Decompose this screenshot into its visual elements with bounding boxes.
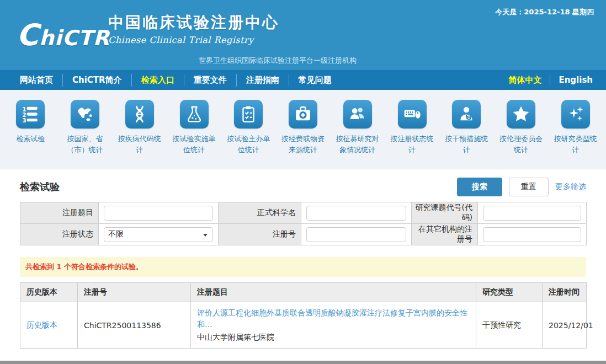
registration-date-cell: 2025/12/01 <box>543 302 587 349</box>
lang-simplified-chinese[interactable]: 简体中文 <box>500 74 550 87</box>
field-label-scientific-name: 正式科学名 <box>219 202 301 224</box>
nav-item-faq[interactable]: 常见问题 <box>289 74 341 87</box>
nav-items: 网站首页 ChiCTR简介 检索入口 重要文件 注册指南 常见问题 <box>20 74 341 87</box>
chictr-search-page: ChiCTR 中国临床试验注册中心 Chinese Clinical Trial… <box>0 0 606 364</box>
column-header-study-type: 研究类型 <box>476 283 543 302</box>
search-form: 注册题目 正式科学名 研究课题代号(代码) 注册状态 不限 注册号 在其它机构的… <box>20 202 587 245</box>
trial-organization: 中山大学附属第七医院 <box>197 331 470 343</box>
clipboard-check-icon <box>234 100 263 129</box>
quick-link-label: 按国家、省（市）统计 <box>62 133 108 156</box>
quick-link-label: 检索试验 <box>7 133 54 144</box>
numbered-list-icon: 123 <box>16 100 45 129</box>
quick-link-stats-by-intervention[interactable]: 按干预措施统计 <box>439 90 494 169</box>
column-header-title: 注册题目 <box>191 283 476 302</box>
quick-link-label: 按伦理委员会统计 <box>498 133 544 156</box>
doctor-icon <box>452 100 481 129</box>
field-label-registration-status: 注册状态 <box>20 224 99 245</box>
column-header-history: 历史版本 <box>20 283 78 302</box>
chictr-logo[interactable]: ChiCTR <box>17 18 110 52</box>
field-label-registration-number: 注册号 <box>219 224 301 245</box>
reset-button[interactable]: 重置 <box>509 178 549 196</box>
quick-link-label: 按研究类型统计 <box>552 133 599 156</box>
field-label-registration-title: 注册题目 <box>20 202 99 224</box>
results-table: 历史版本 注册号 注册题目 研究类型 注册时间 历史版本 ChiCTR25001… <box>20 282 587 349</box>
column-header-reg-no: 注册号 <box>78 283 191 302</box>
quick-link-stats-by-registration-status[interactable]: 按注册状态统计 <box>385 90 439 169</box>
lang-english[interactable]: English <box>550 74 593 86</box>
quick-link-stats-by-study-type[interactable]: 按研究类型统计 <box>548 90 603 169</box>
site-brand: 中国临床试验注册中心 Chinese Clinical Trial Regist… <box>108 12 279 45</box>
more-filters-link[interactable]: 更多筛选 <box>555 182 586 192</box>
result-count-alert: 共检索到 1 个符合检索条件的试验。 <box>20 257 586 277</box>
quick-link-stats-by-funding-source[interactable]: 按经费或物资来源统计 <box>276 90 331 169</box>
dna-icon <box>125 100 154 129</box>
quick-link-stats-by-ethics-committee[interactable]: 按伦理委员会统计 <box>494 90 549 169</box>
today-date: 今天是：2025-12-18 星期四 <box>495 7 594 17</box>
selected-option: 不限 <box>108 229 124 239</box>
first-aid-kit-icon <box>289 100 317 129</box>
page-title: 检索试验 <box>20 180 60 194</box>
nav-item-home[interactable]: 网站首页 <box>20 74 62 87</box>
quick-link-label: 按疾病代码统计 <box>116 133 163 156</box>
quick-link-label: 按征募研究对象情况统计 <box>334 133 381 156</box>
other-registry-number-input[interactable] <box>483 227 581 242</box>
field-label-other-registry-number: 在其它机构的注册号 <box>412 224 478 245</box>
language-switcher: 简体中文 English <box>500 74 593 87</box>
star-icon <box>507 100 535 129</box>
quick-link-search-trials[interactable]: 123 检索试验 <box>3 90 58 169</box>
nav-item-search-portal[interactable]: 检索入口 <box>131 74 184 87</box>
scientific-name-input[interactable] <box>306 206 406 221</box>
search-actions: 搜索 重置 更多筛选 <box>457 178 586 196</box>
nav-item-important-docs[interactable]: 重要文件 <box>184 74 236 87</box>
study-code-input[interactable] <box>483 206 581 221</box>
field-label-study-code: 研究课题代号(代码) <box>412 202 478 224</box>
registration-number-input[interactable] <box>306 227 406 242</box>
quick-link-stats-by-implementing-unit[interactable]: 按试验实施单位统计 <box>167 90 221 169</box>
sparkles-icon <box>561 100 590 129</box>
site-title-en: Chinese Clinical Trial Registry <box>108 35 279 45</box>
quick-link-stats-by-disease-code[interactable]: 按疾病代码统计 <box>112 90 167 169</box>
search-button[interactable]: 搜索 <box>457 178 502 196</box>
flask-icon <box>180 100 209 129</box>
main-nav: 网站首页 ChiCTR简介 检索入口 重要文件 注册指南 常见问题 简体中文 E… <box>0 70 606 90</box>
column-header-reg-date: 注册时间 <box>543 283 587 302</box>
site-tagline: 世界卫生组织国际临床试验注册平台一级注册机构 <box>199 56 357 66</box>
table-header-row: 历史版本 注册号 注册题目 研究类型 注册时间 <box>20 283 587 302</box>
search-section-header: 检索试验 搜索 重置 更多筛选 <box>20 178 586 196</box>
svg-text:3: 3 <box>22 117 26 124</box>
quick-link-stats-by-recruitment[interactable]: 按征募研究对象情况统计 <box>330 90 385 169</box>
site-header: ChiCTR 中国临床试验注册中心 Chinese Clinical Trial… <box>0 0 606 70</box>
nav-item-about[interactable]: ChiCTR简介 <box>62 74 131 87</box>
table-row: 历史版本 ChiCTR2500113586 评价人源工程化细胞外基质联合透明质酸… <box>20 302 587 349</box>
quick-link-label: 按经费或物资来源统计 <box>280 133 326 156</box>
quick-link-label: 按干预措施统计 <box>443 133 490 156</box>
registration-number-cell: ChiCTR2500113586 <box>78 302 191 349</box>
quick-link-label: 按试验主办单位统计 <box>225 133 272 156</box>
nav-item-registration-guide[interactable]: 注册指南 <box>236 74 289 87</box>
trial-title-link[interactable]: 评价人源工程化细胞外基质联合透明质酸钠凝胶灌注疗法修复子宫内膜的安全性和... <box>197 307 470 330</box>
quick-link-label: 按试验实施单位统计 <box>171 133 217 156</box>
quick-link-stats-by-region[interactable]: 按国家、省（市）统计 <box>58 90 113 169</box>
people-group-icon <box>343 100 372 129</box>
site-title-cn: 中国临床试验注册中心 <box>108 12 279 33</box>
quick-link-label: 按注册状态统计 <box>389 133 435 156</box>
chevron-down-icon <box>203 234 208 237</box>
quick-link-stats-by-sponsor-unit[interactable]: 按试验主办单位统计 <box>221 90 276 169</box>
quick-links-bar: 123 检索试验 按国家、省（市）统计 按疾病代码统计 按试验实施单位统计 <box>0 90 606 169</box>
registration-status-select[interactable]: 不限 <box>104 227 213 242</box>
registration-title-input[interactable] <box>104 206 213 221</box>
history-version-link[interactable]: 历史版本 <box>26 320 57 329</box>
study-type-cell: 干预性研究 <box>476 302 543 349</box>
keyboard-mouse-icon <box>398 100 427 129</box>
world-map-icon <box>71 100 99 129</box>
footer-bar <box>0 361 606 364</box>
